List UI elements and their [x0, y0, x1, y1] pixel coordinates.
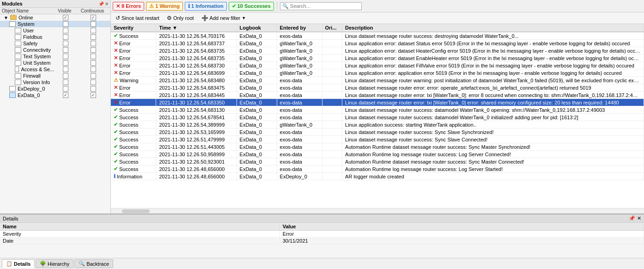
- table-row[interactable]: ✔ Success 2021-11-30 12.26.48,656000 ExD…: [111, 165, 644, 173]
- table-row[interactable]: ✕ Error 2021-11-30 12.26.54,683737 ExDat…: [111, 40, 644, 47]
- col-header-entered[interactable]: Entered by: [277, 24, 322, 32]
- warnings-filter-btn[interactable]: ⚠ 1 Warning: [146, 2, 183, 11]
- continuous-user[interactable]: [91, 28, 96, 33]
- table-row[interactable]: ✕ Error 2021-11-30 12.26.54,683735 ExDat…: [111, 55, 644, 62]
- details-pin-icon[interactable]: 📌: [629, 215, 635, 221]
- expand-online[interactable]: ▼: [4, 15, 8, 20]
- modules-close-icon[interactable]: ✕: [105, 1, 109, 6]
- row-logbook: ExData_0: [237, 40, 277, 47]
- continuous-online[interactable]: [91, 15, 96, 20]
- col-header-desc[interactable]: Description: [342, 24, 644, 32]
- continuous-exdata[interactable]: [91, 92, 96, 98]
- table-row[interactable]: ✔ Success 2021-11-30 12.26.54,678541 ExD…: [111, 114, 644, 121]
- tab-hierarchy[interactable]: 🌳 Hierarchy: [36, 259, 73, 268]
- tree-item-fieldbus[interactable]: Fieldbus: [0, 34, 110, 40]
- tree-item-firewall[interactable]: Firewall: [0, 73, 110, 79]
- log-table: Severity Time ▼ Logbook Entered by Ori..…: [111, 24, 644, 180]
- row-severity: ✔ Success: [111, 165, 156, 173]
- tree-item-unit-system[interactable]: Unit System: [0, 60, 110, 66]
- h-scrollbar[interactable]: [111, 208, 644, 214]
- table-row[interactable]: ✕ Error 2021-11-30 12.26.54,683445 ExDat…: [111, 92, 644, 99]
- modules-pin-icon[interactable]: 📌: [98, 1, 104, 6]
- visible-access[interactable]: [63, 67, 68, 72]
- severity-text: Error: [119, 63, 130, 68]
- row-severity: ✔ Success: [111, 136, 156, 143]
- continuous-system[interactable]: [91, 21, 96, 27]
- continuous-fieldbus[interactable]: [91, 34, 96, 40]
- table-row[interactable]: ✔ Success 2021-11-30 12.26.51,443005 ExD…: [111, 143, 644, 151]
- tree-item-user[interactable]: User: [0, 27, 110, 34]
- table-row[interactable]: ✔ Success 2021-11-30 12.26.54,389999 ExD…: [111, 121, 644, 128]
- table-row[interactable]: ✔ Success 2021-11-30 12.26.54,703176 ExD…: [111, 32, 644, 40]
- row-severity: ✔ Success: [111, 32, 156, 40]
- action-toolbar: ↺ Since last restart ⚙ Only root ➕ Add n…: [111, 12, 644, 24]
- continuous-version-info[interactable]: [91, 79, 96, 85]
- table-row[interactable]: ✔ Success 2021-11-30 12.26.50,923001 ExD…: [111, 158, 644, 165]
- table-row[interactable]: ✕ Error 2021-11-30 12.26.54,683475 ExDat…: [111, 84, 644, 92]
- continuous-unit-system[interactable]: [91, 60, 96, 66]
- row-logbook: ExData_0: [237, 62, 277, 69]
- visible-connectivity[interactable]: [63, 47, 68, 53]
- search-box[interactable]: 🔍: [280, 2, 362, 10]
- warning-icon: ⚠: [149, 3, 154, 9]
- table-row[interactable]: ✔ Success 2021-11-30 12.26.54,683130 ExD…: [111, 106, 644, 114]
- tab-details[interactable]: 📋 Details: [2, 259, 35, 268]
- visible-online[interactable]: [63, 15, 68, 20]
- since-last-restart-btn[interactable]: ↺ Since last restart: [113, 13, 162, 23]
- col-header-ori[interactable]: Ori...: [322, 24, 342, 32]
- only-root-btn[interactable]: ⚙ Only root: [164, 13, 197, 23]
- col-header-time[interactable]: Time ▼: [156, 24, 237, 32]
- col-header-severity[interactable]: Severity: [111, 24, 156, 32]
- table-row[interactable]: ✕ Error 2021-11-30 12.26.54,683730 ExDat…: [111, 62, 644, 69]
- table-row[interactable]: ✔ Success 2021-11-30 12.26.53,165999 ExD…: [111, 128, 644, 136]
- continuous-text-system[interactable]: [91, 54, 96, 59]
- table-row[interactable]: ℹ Information 2021-11-30 12.26.48,656000…: [111, 173, 644, 180]
- continuous-exdeploy[interactable]: [91, 86, 96, 92]
- visible-user[interactable]: [63, 28, 68, 33]
- table-row[interactable]: ✕ Error 2021-11-30 12.26.54,683699 ExDat…: [111, 69, 644, 77]
- tree-item-connectivity[interactable]: Connectivity: [0, 47, 110, 53]
- visible-text-system[interactable]: [63, 54, 68, 59]
- details-close-icon[interactable]: ✕: [637, 215, 641, 221]
- visible-unit-system[interactable]: [63, 60, 68, 66]
- row-time: 2021-11-30 12.26.50,958999: [156, 151, 237, 158]
- continuous-access[interactable]: [91, 67, 96, 72]
- row-ori: [322, 99, 342, 106]
- row-desc: AR logger module created: [342, 173, 644, 180]
- row-ori: [322, 158, 342, 165]
- tree-item-exdata[interactable]: ExData_0: [0, 92, 110, 98]
- tab-backtrace[interactable]: 🔍 Backtrace: [74, 259, 113, 268]
- table-row[interactable]: ✕ Error 2021-11-30 12.26.54,683735 ExDat…: [111, 47, 644, 55]
- tree-item-system[interactable]: System: [0, 21, 110, 27]
- errors-filter-btn[interactable]: ✕ 8 Errors: [113, 2, 144, 11]
- continuous-connectivity[interactable]: [91, 47, 96, 53]
- table-row[interactable]: ✔ Success 2021-11-30 12.26.51,479999 ExD…: [111, 136, 644, 143]
- severity-icon: ✕: [114, 55, 118, 61]
- scrollbar-thumb[interactable]: [122, 209, 150, 213]
- tree-item-exdeploy[interactable]: ExDeploy_0: [0, 86, 110, 92]
- visible-exdeploy[interactable]: [63, 86, 68, 92]
- log-table-container[interactable]: Severity Time ▼ Logbook Entered by Ori..…: [111, 24, 644, 208]
- visible-exdata[interactable]: [63, 92, 68, 98]
- visible-safety[interactable]: [63, 41, 68, 46]
- visible-firewall[interactable]: [63, 73, 68, 79]
- tree-item-access[interactable]: Access & Se...: [0, 66, 110, 73]
- table-row[interactable]: ⚠ Warning 2021-11-30 12.26.54,683480 ExD…: [111, 77, 644, 84]
- success-filter-btn[interactable]: ✔ 10 Successes: [229, 2, 274, 11]
- tree-label-safety: Safety: [23, 41, 37, 46]
- col-header-logbook[interactable]: Logbook: [237, 24, 277, 32]
- info-filter-btn[interactable]: ℹ 1 Information: [185, 2, 227, 11]
- tree-item-safety[interactable]: Safety: [0, 40, 110, 47]
- visible-version-info[interactable]: [63, 79, 68, 85]
- visible-system[interactable]: [63, 21, 68, 27]
- tree-item-text-system[interactable]: Text System: [0, 53, 110, 60]
- search-input[interactable]: [290, 3, 359, 9]
- tree-item-online[interactable]: ▼ Online: [0, 14, 110, 21]
- table-row[interactable]: ✔ Success 2021-11-30 12.26.50,958999 ExD…: [111, 151, 644, 158]
- add-filter-btn[interactable]: ➕ Add new filter ▼: [199, 13, 249, 23]
- tree-item-version-info[interactable]: Version Info: [0, 79, 110, 86]
- continuous-safety[interactable]: [91, 41, 96, 46]
- table-row[interactable]: ✕ Error 2021-11-30 12.26.54,683350 ExDat…: [111, 99, 644, 106]
- visible-fieldbus[interactable]: [63, 34, 68, 40]
- continuous-firewall[interactable]: [91, 73, 96, 79]
